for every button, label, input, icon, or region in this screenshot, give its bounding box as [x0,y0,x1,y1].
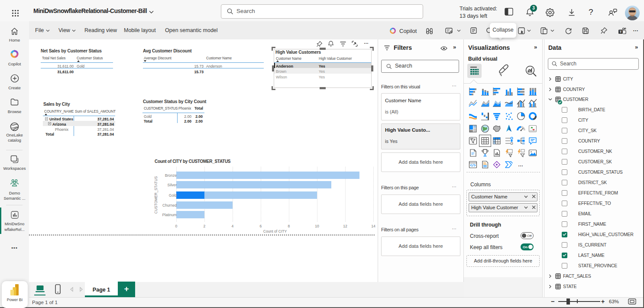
svg-text:T: T [620,30,622,34]
